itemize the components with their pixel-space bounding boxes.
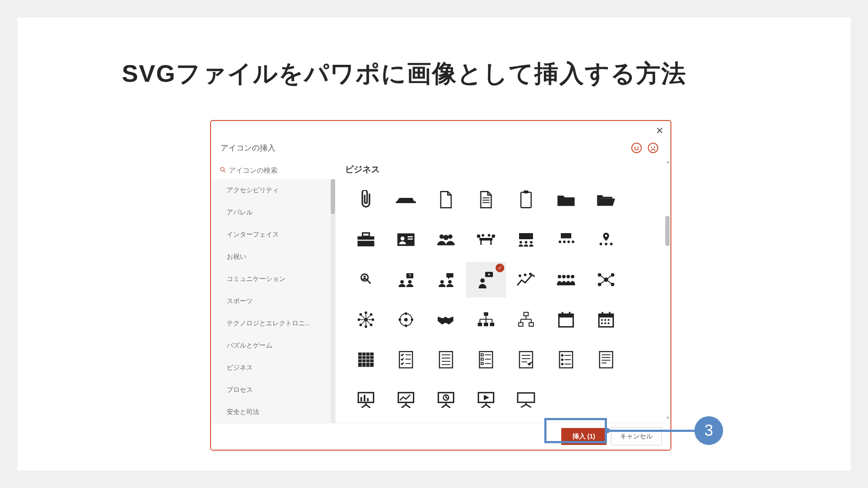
svg-point-53 — [558, 275, 561, 278]
svg-rect-112 — [609, 312, 610, 315]
hierarchy-icon[interactable] — [466, 302, 506, 338]
smile-icon[interactable] — [631, 143, 642, 153]
org-star-icon[interactable] — [346, 302, 386, 338]
connector-dot — [605, 428, 610, 433]
org-chart-icon[interactable] — [506, 302, 546, 338]
svg-rect-136 — [481, 354, 483, 356]
network-nodes-icon[interactable] — [586, 262, 626, 297]
board-chart3-icon[interactable] — [426, 382, 466, 418]
sidebar-scrollbar[interactable] — [331, 179, 335, 445]
clipboard-icon[interactable] — [506, 182, 546, 217]
insert-icon-dialog: ✕ アイコンの挿入 アクセシビリティアパレルインターフェイスお祝いコミュニケーシ… — [210, 120, 671, 451]
classroom-icon[interactable] — [506, 222, 546, 257]
svg-point-16 — [448, 234, 452, 239]
insert-button[interactable]: 挿入 (1) — [561, 428, 607, 445]
sidebar-category-item[interactable]: インターフェイス — [212, 224, 335, 246]
board-play-icon[interactable] — [466, 382, 506, 418]
svg-rect-7 — [524, 191, 529, 194]
user-chat-icon[interactable] — [426, 262, 466, 297]
checklist2-icon[interactable] — [426, 342, 466, 378]
frown-icon[interactable] — [648, 143, 658, 153]
svg-point-147 — [561, 354, 563, 356]
presenter-icon[interactable]: ✓ — [466, 262, 506, 297]
board-chart1-icon[interactable] — [346, 382, 386, 418]
svg-line-65 — [606, 280, 613, 284]
svg-rect-14 — [408, 238, 413, 240]
sidebar-category-item[interactable]: アパレル — [212, 201, 335, 224]
category-sidebar: アクセシビリティアパレルインターフェイスお祝いコミュニケーションスポーツテクノロ… — [212, 179, 335, 445]
checklist5-icon[interactable] — [546, 342, 586, 378]
folder-open-icon[interactable] — [586, 182, 626, 217]
svg-line-177 — [486, 404, 490, 408]
board-chart2-icon[interactable] — [386, 382, 426, 418]
svg-point-56 — [571, 275, 574, 278]
meeting-table-icon[interactable] — [466, 222, 506, 257]
sidebar-category-item[interactable]: パズルとゲーム — [212, 334, 335, 357]
sidebar-category-item[interactable]: スポーツ — [212, 290, 335, 312]
checklist4-icon[interactable] — [506, 342, 546, 378]
svg-text:?: ? — [409, 274, 411, 278]
user-search-icon[interactable] — [346, 262, 386, 297]
svg-rect-140 — [481, 362, 483, 364]
document-lines-icon[interactable] — [466, 182, 506, 217]
sidebar-category-item[interactable]: コミュニケーション — [212, 268, 335, 290]
svg-line-39 — [367, 280, 371, 284]
sidebar-category-item[interactable]: テクノロジとエレクトロニ... — [212, 312, 335, 334]
checklist6-icon[interactable] — [586, 342, 626, 378]
svg-rect-114 — [604, 319, 606, 321]
paperclip-icon[interactable] — [346, 182, 386, 217]
growth-chart-icon[interactable] — [506, 262, 546, 297]
close-icon[interactable]: ✕ — [656, 125, 664, 137]
svg-line-82 — [366, 320, 371, 325]
team-icon[interactable] — [426, 222, 466, 257]
scrollbar-thumb[interactable] — [331, 179, 335, 214]
svg-rect-6 — [521, 192, 531, 207]
svg-rect-113 — [601, 319, 603, 321]
search-input[interactable] — [229, 167, 329, 174]
document-blank-icon[interactable] — [426, 182, 466, 217]
audience-icon[interactable] — [546, 222, 586, 257]
calendar-blank-icon[interactable] — [546, 302, 586, 338]
svg-rect-10 — [357, 240, 375, 241]
checklist3-icon[interactable] — [466, 342, 506, 378]
category-heading: ビジネス — [345, 164, 380, 175]
connector-line — [607, 430, 696, 432]
svg-rect-153 — [600, 351, 613, 368]
calendar-grid-icon[interactable] — [586, 302, 626, 338]
svg-rect-160 — [364, 395, 365, 401]
sidebar-category-item[interactable]: ビジネス — [212, 357, 335, 379]
svg-rect-111 — [602, 312, 603, 315]
svg-rect-9 — [362, 233, 369, 237]
user-question-icon[interactable]: ? — [386, 262, 426, 297]
svg-rect-142 — [519, 351, 533, 368]
svg-rect-18 — [479, 238, 493, 241]
datatable-icon[interactable] — [346, 342, 386, 378]
sidebar-category-item[interactable]: アクセシビリティ — [212, 179, 335, 201]
stapler-icon[interactable] — [386, 182, 426, 217]
svg-point-37 — [610, 243, 613, 245]
svg-point-50 — [519, 274, 521, 277]
sidebar-category-item[interactable]: 安全と司法 — [212, 401, 335, 423]
svg-point-41 — [400, 280, 404, 284]
scroll-up-icon[interactable]: ▲ — [666, 159, 670, 164]
svg-rect-106 — [559, 314, 573, 318]
whiteboard-icon[interactable] — [506, 382, 546, 418]
svg-rect-24 — [490, 241, 492, 245]
folder-icon[interactable] — [546, 182, 586, 217]
people-row-icon[interactable] — [546, 262, 586, 297]
sidebar-category-item[interactable]: プロセス — [212, 379, 335, 401]
network-circle-icon[interactable] — [386, 302, 426, 338]
id-badge-icon[interactable] — [386, 222, 426, 257]
svg-line-81 — [361, 320, 366, 325]
sidebar-category-item[interactable]: お祝い — [212, 246, 335, 268]
briefcase-icon[interactable] — [346, 222, 386, 257]
svg-rect-108 — [569, 312, 570, 315]
svg-rect-117 — [604, 322, 606, 324]
svg-point-52 — [529, 273, 532, 275]
checklist1-icon[interactable] — [386, 342, 426, 378]
svg-point-40 — [364, 276, 366, 278]
location-group-icon[interactable] — [586, 222, 626, 257]
handshake-icon[interactable] — [426, 302, 466, 338]
svg-point-48 — [488, 274, 490, 275]
svg-rect-159 — [361, 397, 362, 401]
